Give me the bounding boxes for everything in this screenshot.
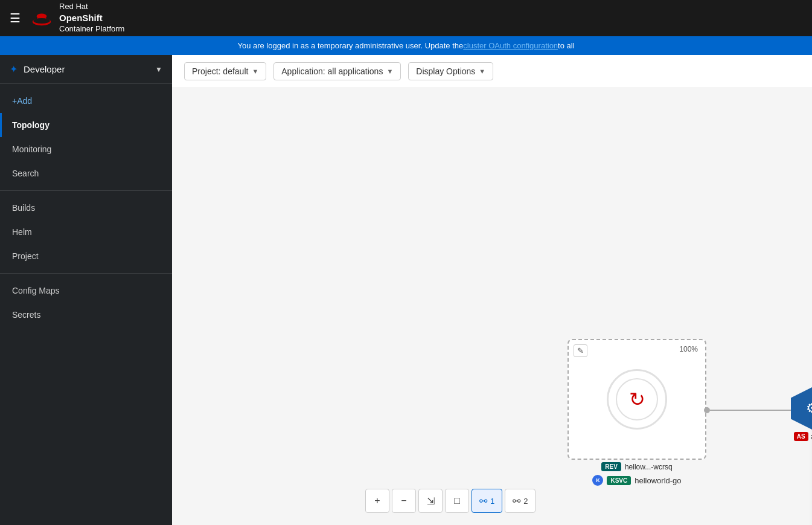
content-area: Project: default ▼ Application: all appl… bbox=[172, 55, 812, 525]
group1-count: 1 bbox=[490, 497, 494, 506]
brand-line3: Container Platform bbox=[59, 24, 124, 34]
banner-link[interactable]: cluster OAuth configuration bbox=[463, 41, 558, 50]
topo-node-percent: 100% bbox=[679, 345, 698, 353]
badge-k8s: K bbox=[592, 475, 603, 486]
sidebar-item-helm[interactable]: Helm bbox=[0, 220, 172, 244]
fit-icon: ⇲ bbox=[427, 495, 435, 507]
project-dropdown[interactable]: Project: default ▼ bbox=[184, 62, 266, 80]
sidebar: ✦ Developer ▼ +Add Topology Monitoring S… bbox=[0, 55, 172, 525]
project-chevron-icon: ▼ bbox=[252, 68, 258, 75]
project-label: Project: default bbox=[192, 66, 248, 76]
topo-bottom-row: K KSVC helloworld-go bbox=[592, 475, 681, 486]
topo-api-node[interactable]: ⚙ AS api-se bbox=[791, 387, 812, 441]
application-label: Application: all applications bbox=[281, 66, 383, 76]
group2-icon: ⚯ bbox=[513, 495, 520, 507]
topo-node-group-helloworld: 100% ✎ ↻ REV hellow...-wcrsq K bbox=[567, 339, 706, 486]
hamburger-icon[interactable]: ☰ bbox=[10, 11, 21, 25]
notification-banner: You are logged in as a temporary adminis… bbox=[0, 36, 812, 55]
banner-suffix: to all bbox=[558, 41, 574, 50]
zoom-out-button[interactable]: − bbox=[392, 489, 416, 513]
group1-icon: ⚯ bbox=[479, 495, 487, 507]
topo-node-container[interactable]: 100% ✎ ↻ bbox=[567, 339, 706, 460]
sidebar-divider-1 bbox=[0, 190, 172, 191]
display-options-label: Display Options bbox=[416, 66, 475, 76]
sidebar-item-search[interactable]: Search bbox=[0, 161, 172, 185]
application-chevron-icon: ▼ bbox=[386, 68, 393, 75]
api-node-badge-row: AS api-se bbox=[794, 432, 812, 441]
group1-button[interactable]: ⚯ 1 bbox=[472, 489, 502, 513]
main-layout: ✦ Developer ▼ +Add Topology Monitoring S… bbox=[0, 55, 812, 525]
badge-ksvc: KSVC bbox=[607, 476, 631, 485]
group2-button[interactable]: ⚯ 2 bbox=[505, 489, 535, 513]
sidebar-item-secrets[interactable]: Secrets bbox=[0, 303, 172, 327]
topo-refresh-icon: ↻ bbox=[629, 388, 645, 411]
perspective-label: Developer bbox=[24, 64, 155, 74]
svg-point-2 bbox=[33, 18, 50, 24]
brand-line1: Red Hat bbox=[59, 2, 124, 12]
topo-node-edit-inner-btn[interactable]: ✎ bbox=[574, 345, 587, 356]
sidebar-perspective[interactable]: ✦ Developer ▼ bbox=[0, 55, 172, 84]
api-node-hex: ⚙ bbox=[791, 387, 812, 430]
bottom-controls: + − ⇲ □ ⚯ 1 ⚯ 2 bbox=[365, 489, 535, 513]
group2-count: 2 bbox=[523, 497, 528, 506]
topo-node-inner: ↻ bbox=[616, 378, 658, 420]
zoom-in-button[interactable]: + bbox=[365, 489, 389, 513]
sidebar-item-monitoring[interactable]: Monitoring bbox=[0, 137, 172, 161]
sidebar-item-topology[interactable]: Topology bbox=[0, 113, 172, 137]
sidebar-item-config-maps[interactable]: Config Maps bbox=[0, 279, 172, 303]
sidebar-nav: +Add Topology Monitoring Search Builds H… bbox=[0, 84, 172, 332]
expand-button[interactable]: □ bbox=[445, 489, 469, 513]
top-nav: ☰ Red Hat OpenShift Container Platform bbox=[0, 0, 812, 36]
expand-icon: □ bbox=[454, 495, 460, 506]
zoom-in-icon: + bbox=[374, 495, 380, 506]
display-options-chevron-icon: ▼ bbox=[479, 68, 485, 75]
redhat-hat-icon bbox=[30, 7, 53, 30]
brand-line2: OpenShift bbox=[59, 12, 124, 24]
badge-rev: REV bbox=[601, 462, 621, 471]
topo-node-name: helloworld-go bbox=[635, 476, 681, 485]
topology-canvas[interactable]: 100% ✎ ↻ REV hellow...-wcrsq K bbox=[172, 88, 812, 525]
brand-text: Red Hat OpenShift Container Platform bbox=[59, 2, 124, 34]
badge-as: AS bbox=[794, 432, 808, 441]
display-options-dropdown[interactable]: Display Options ▼ bbox=[408, 62, 493, 80]
connector-dot-left bbox=[704, 407, 710, 413]
sidebar-item-project[interactable]: Project bbox=[0, 244, 172, 268]
application-dropdown[interactable]: Application: all applications ▼ bbox=[273, 62, 401, 80]
toolbar: Project: default ▼ Application: all appl… bbox=[172, 55, 812, 88]
redhat-logo: Red Hat OpenShift Container Platform bbox=[30, 2, 124, 34]
fit-button[interactable]: ⇲ bbox=[418, 489, 443, 513]
zoom-out-icon: − bbox=[401, 495, 406, 506]
topo-rev-label: hellow...-wcrsq bbox=[625, 463, 673, 471]
banner-text: You are logged in as a temporary adminis… bbox=[237, 41, 463, 50]
sidebar-item-builds[interactable]: Builds bbox=[0, 196, 172, 220]
sidebar-item-add[interactable]: +Add bbox=[0, 89, 172, 113]
developer-icon: ✦ bbox=[10, 63, 18, 75]
topo-node-badge-row: REV hellow...-wcrsq bbox=[601, 462, 672, 471]
topo-node-circle: ↻ bbox=[607, 369, 667, 430]
api-node-icon: ⚙ bbox=[806, 401, 812, 416]
sidebar-divider-2 bbox=[0, 273, 172, 274]
perspective-chevron-icon: ▼ bbox=[155, 65, 162, 74]
